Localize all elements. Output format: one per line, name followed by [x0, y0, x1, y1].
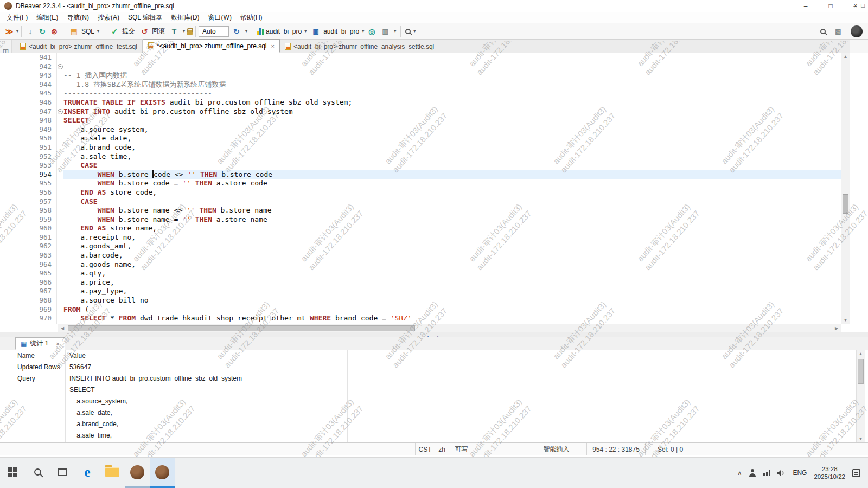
- toolbar-search-button[interactable]: ▾: [405, 29, 416, 34]
- menu-database[interactable]: 数据库(D): [167, 12, 204, 23]
- horizontal-scroll-thumb[interactable]: [68, 325, 415, 331]
- close-stats-tab-icon[interactable]: ×: [56, 341, 59, 347]
- volume-icon[interactable]: [777, 470, 786, 477]
- minimize-view-icon[interactable]: –: [853, 2, 857, 9]
- minimize-button[interactable]: –: [793, 0, 818, 12]
- dbeaver-window: DBeaver 22.3.4 - <audit_bi_pro> zhumr_of…: [0, 0, 868, 488]
- perspective-icon[interactable]: ▧: [833, 25, 843, 38]
- planet-icon[interactable]: ◎: [367, 25, 376, 38]
- commit-label: 提交: [122, 27, 135, 36]
- taskbar-search-button[interactable]: [25, 458, 50, 488]
- status-timezone: CST: [415, 443, 435, 455]
- file-explorer-button[interactable]: [100, 458, 125, 488]
- editor-tab-label: <audit_bi_pro> zhumr_offline_analysis_se…: [293, 43, 434, 50]
- line-number: 961: [25, 233, 56, 242]
- quick-search-icon[interactable]: [820, 29, 826, 34]
- editor-tab-analysis[interactable]: <audit_bi_pro> zhumr_offline_analysis_se…: [280, 40, 439, 53]
- fold-marker-icon[interactable]: −: [58, 109, 63, 114]
- menu-navigate[interactable]: 导航(N): [62, 12, 93, 23]
- scroll-left-icon[interactable]: ◀: [58, 326, 67, 331]
- menu-sql-editor[interactable]: SQL 编辑器: [124, 12, 167, 23]
- dbeaver-logo-icon[interactable]: [851, 25, 863, 37]
- column-header-value[interactable]: Value: [65, 352, 86, 359]
- scroll-up-icon[interactable]: ▲: [841, 54, 850, 59]
- action-center-icon[interactable]: [852, 469, 860, 477]
- vertical-scroll-thumb[interactable]: [843, 194, 848, 214]
- menu-edit[interactable]: 编辑(E): [32, 12, 62, 23]
- stop-icon[interactable]: ⊗: [49, 25, 59, 38]
- sql-file-icon: [285, 43, 291, 50]
- fold-marker-icon[interactable]: −: [58, 64, 63, 69]
- stats-row[interactable]: Updated Rows536647: [15, 361, 841, 373]
- column-divider: [347, 350, 348, 442]
- code-line: -- 1.8 替换SBZ老系统店铺数据为新系统店铺数据: [63, 80, 841, 89]
- editor-tab-pre[interactable]: *<audit_bi_pro> zhumr_offline_pre.sql ×: [143, 39, 280, 53]
- stats-row[interactable]: a.sale_date,: [15, 407, 841, 418]
- network-icon[interactable]: [763, 470, 770, 476]
- commit-button[interactable]: ✓ 提交: [108, 25, 135, 38]
- dbeaver-taskbar-button-1[interactable]: [125, 458, 150, 488]
- stats-tab[interactable]: ▦ 统计 1 ×: [15, 337, 65, 350]
- lock-icon[interactable]: [187, 30, 193, 35]
- fetch-down-icon[interactable]: ↓: [25, 25, 35, 38]
- stats-row[interactable]: a.sale_time,: [15, 429, 841, 441]
- scroll-down-icon[interactable]: ▼: [857, 436, 865, 441]
- menu-window[interactable]: 窗口(W): [204, 12, 236, 23]
- maximize-button[interactable]: □: [818, 0, 843, 12]
- stats-row[interactable]: a.brand_code,: [15, 418, 841, 429]
- transaction-mode-button[interactable]: T ▾: [168, 25, 185, 38]
- scroll-down-icon[interactable]: ▼: [841, 318, 850, 323]
- commit-mode-combo[interactable]: Auto: [199, 26, 229, 37]
- code-line: SELECT * FROM dwd_trade_hkaudit_shop_rec…: [63, 314, 841, 323]
- line-number: 948: [25, 116, 56, 125]
- editor-horizontal-scrollbar[interactable]: ◀ ▶: [58, 324, 841, 332]
- connection-selector[interactable]: audit_bi_pro ▾: [257, 28, 307, 35]
- sql-file-icon: [20, 43, 26, 50]
- schema-selector[interactable]: ▣ audit_bi_pro ▾: [310, 25, 364, 38]
- commit-icon: ✓: [110, 25, 119, 38]
- system-tray: ∧ ENG 23:28 2025/10/22: [737, 458, 868, 488]
- sql-menu-button[interactable]: ▤ SQL ▾: [68, 25, 99, 38]
- menu-search[interactable]: 搜索(A): [93, 12, 124, 23]
- task-view-button[interactable]: [50, 458, 75, 488]
- editor-code[interactable]: ------------------------------------- 1 …: [63, 53, 841, 324]
- results-tabbar: ▦ 统计 1 ×: [0, 337, 868, 350]
- sql-editor[interactable]: 9419429439449459469479489499509519529539…: [0, 53, 868, 332]
- execute-query-icon[interactable]: ↻: [37, 25, 47, 38]
- stats-row[interactable]: a.source_system,: [15, 395, 841, 407]
- new-sql-editor-icon[interactable]: ≫: [4, 25, 14, 38]
- schema-name: audit_bi_pro: [323, 28, 359, 35]
- editor-vertical-scrollbar[interactable]: ▲ ▼: [841, 53, 850, 324]
- contacts-tray-icon[interactable]: [749, 469, 756, 477]
- menu-help[interactable]: 帮助(H): [236, 12, 267, 23]
- maximize-view-icon[interactable]: □: [861, 2, 865, 9]
- menu-file[interactable]: 文件(F): [2, 12, 32, 23]
- stats-tab-label: 统计 1: [30, 339, 48, 348]
- panel-scroll-thumb[interactable]: [858, 359, 864, 384]
- stats-row[interactable]: QueryINSERT INTO audit_bi_pro.custom_off…: [15, 373, 841, 384]
- dbeaver-taskbar-button-2[interactable]: [150, 458, 175, 488]
- taskbar-clock[interactable]: 23:28 2025/10/22: [814, 465, 845, 480]
- panel-vertical-scrollbar[interactable]: ▲ ▼: [856, 350, 865, 442]
- scroll-up-icon[interactable]: ▲: [857, 351, 865, 356]
- line-number: 965: [25, 269, 56, 278]
- rollback-label: 回滚: [152, 27, 165, 36]
- layout-caret-icon: ▾: [394, 29, 396, 34]
- tray-expand-icon[interactable]: ∧: [737, 470, 742, 477]
- status-insert-mode: 智能插入: [526, 443, 586, 455]
- edge-button[interactable]: e: [75, 458, 100, 488]
- status-caret-position[interactable]: 954 : 22 : 31875: [586, 443, 645, 455]
- editor-tab-test[interactable]: <audit_bi_pro> zhumr_offline_test.sql: [15, 40, 143, 53]
- new-sql-caret-icon[interactable]: ▾: [16, 29, 18, 34]
- layout-button[interactable]: ▥ ▾: [379, 25, 396, 38]
- rollback-button[interactable]: ↺ 回滚: [138, 25, 165, 38]
- refresh-button[interactable]: ↻ ▾: [231, 25, 247, 38]
- stats-row[interactable]: SELECT: [15, 384, 841, 395]
- scroll-right-icon[interactable]: ▶: [832, 326, 841, 331]
- start-button[interactable]: [0, 458, 25, 488]
- language-indicator[interactable]: ENG: [793, 469, 807, 477]
- close-tab-icon[interactable]: ×: [271, 43, 275, 49]
- column-header-name[interactable]: Name: [15, 352, 65, 359]
- line-number: 958: [25, 206, 56, 215]
- panel-splitter[interactable]: ▲ ▲: [0, 332, 868, 337]
